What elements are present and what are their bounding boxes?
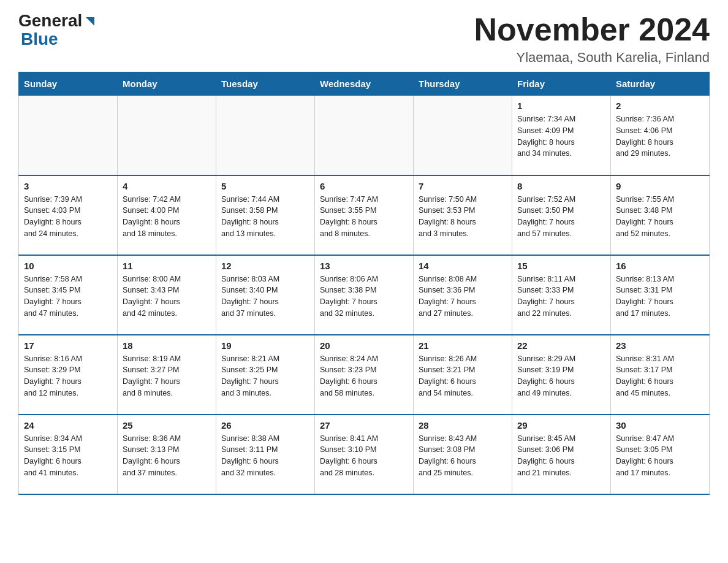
day-info: Sunrise: 8:45 AM Sunset: 3:06 PM Dayligh…	[517, 433, 605, 479]
calendar-day-header: Monday	[118, 72, 216, 96]
logo: General Blue	[18, 12, 97, 49]
calendar-cell: 17Sunrise: 8:16 AM Sunset: 3:29 PM Dayli…	[19, 335, 118, 415]
day-info: Sunrise: 7:36 AM Sunset: 4:06 PM Dayligh…	[616, 113, 704, 159]
calendar-day-header: Saturday	[611, 72, 710, 96]
logo-blue: Blue	[21, 29, 58, 48]
day-info: Sunrise: 8:34 AM Sunset: 3:15 PM Dayligh…	[24, 433, 112, 479]
day-info: Sunrise: 8:43 AM Sunset: 3:08 PM Dayligh…	[419, 433, 507, 479]
day-number: 11	[123, 261, 211, 271]
calendar-cell: 4Sunrise: 7:42 AM Sunset: 4:00 PM Daylig…	[118, 175, 216, 255]
calendar-week-row: 1Sunrise: 7:34 AM Sunset: 4:09 PM Daylig…	[19, 96, 710, 175]
day-info: Sunrise: 8:08 AM Sunset: 3:36 PM Dayligh…	[419, 274, 507, 320]
calendar-day-header: Friday	[512, 72, 611, 96]
day-info: Sunrise: 8:29 AM Sunset: 3:19 PM Dayligh…	[517, 353, 605, 399]
day-number: 2	[616, 101, 704, 111]
calendar-cell	[216, 96, 315, 175]
calendar-cell: 13Sunrise: 8:06 AM Sunset: 3:38 PM Dayli…	[315, 255, 414, 335]
day-number: 3	[24, 181, 112, 191]
day-number: 5	[221, 181, 309, 191]
day-number: 28	[419, 420, 507, 431]
page-header: General Blue November 2024 Ylaemaa, Sout…	[18, 12, 710, 66]
day-info: Sunrise: 8:19 AM Sunset: 3:27 PM Dayligh…	[123, 353, 211, 399]
day-number: 17	[24, 340, 112, 351]
day-number: 25	[123, 420, 211, 431]
calendar-week-row: 17Sunrise: 8:16 AM Sunset: 3:29 PM Dayli…	[19, 335, 710, 415]
day-number: 12	[221, 261, 309, 271]
calendar-cell: 2Sunrise: 7:36 AM Sunset: 4:06 PM Daylig…	[611, 96, 710, 175]
day-number: 10	[24, 261, 112, 271]
calendar-cell: 30Sunrise: 8:47 AM Sunset: 3:05 PM Dayli…	[611, 415, 710, 494]
calendar-cell: 15Sunrise: 8:11 AM Sunset: 3:33 PM Dayli…	[512, 255, 611, 335]
logo-triangle-icon	[83, 15, 97, 28]
day-number: 30	[616, 420, 704, 431]
day-info: Sunrise: 8:31 AM Sunset: 3:17 PM Dayligh…	[616, 353, 704, 399]
day-number: 27	[320, 420, 408, 431]
calendar-cell: 22Sunrise: 8:29 AM Sunset: 3:19 PM Dayli…	[512, 335, 611, 415]
calendar-table: SundayMondayTuesdayWednesdayThursdayFrid…	[18, 72, 710, 495]
calendar-cell	[19, 96, 118, 175]
calendar-cell	[414, 96, 512, 175]
day-info: Sunrise: 8:24 AM Sunset: 3:23 PM Dayligh…	[320, 353, 408, 399]
calendar-cell: 3Sunrise: 7:39 AM Sunset: 4:03 PM Daylig…	[19, 175, 118, 255]
day-info: Sunrise: 8:13 AM Sunset: 3:31 PM Dayligh…	[616, 274, 704, 320]
day-number: 21	[419, 340, 507, 351]
calendar-cell: 16Sunrise: 8:13 AM Sunset: 3:31 PM Dayli…	[611, 255, 710, 335]
day-number: 9	[616, 181, 704, 191]
day-info: Sunrise: 8:16 AM Sunset: 3:29 PM Dayligh…	[24, 353, 112, 399]
day-number: 18	[123, 340, 211, 351]
day-number: 20	[320, 340, 408, 351]
calendar-week-row: 3Sunrise: 7:39 AM Sunset: 4:03 PM Daylig…	[19, 175, 710, 255]
logo-general: General	[18, 12, 82, 29]
calendar-cell: 25Sunrise: 8:36 AM Sunset: 3:13 PM Dayli…	[118, 415, 216, 494]
day-info: Sunrise: 7:42 AM Sunset: 4:00 PM Dayligh…	[123, 194, 211, 240]
day-info: Sunrise: 8:47 AM Sunset: 3:05 PM Dayligh…	[616, 433, 704, 479]
calendar-cell: 6Sunrise: 7:47 AM Sunset: 3:55 PM Daylig…	[315, 175, 414, 255]
day-info: Sunrise: 8:03 AM Sunset: 3:40 PM Dayligh…	[221, 274, 309, 320]
day-info: Sunrise: 8:36 AM Sunset: 3:13 PM Dayligh…	[123, 433, 211, 479]
calendar-day-header: Tuesday	[216, 72, 315, 96]
day-number: 14	[419, 261, 507, 271]
calendar-cell: 12Sunrise: 8:03 AM Sunset: 3:40 PM Dayli…	[216, 255, 315, 335]
day-info: Sunrise: 7:34 AM Sunset: 4:09 PM Dayligh…	[517, 113, 605, 159]
day-number: 6	[320, 181, 408, 191]
calendar-cell: 14Sunrise: 8:08 AM Sunset: 3:36 PM Dayli…	[414, 255, 512, 335]
day-number: 8	[517, 181, 605, 191]
location-subtitle: Ylaemaa, South Karelia, Finland	[474, 50, 710, 66]
day-number: 26	[221, 420, 309, 431]
svg-marker-0	[86, 17, 94, 26]
day-info: Sunrise: 8:26 AM Sunset: 3:21 PM Dayligh…	[419, 353, 507, 399]
calendar-cell: 24Sunrise: 8:34 AM Sunset: 3:15 PM Dayli…	[19, 415, 118, 494]
title-block: November 2024 Ylaemaa, South Karelia, Fi…	[474, 12, 710, 66]
day-info: Sunrise: 7:44 AM Sunset: 3:58 PM Dayligh…	[221, 194, 309, 240]
day-number: 1	[517, 101, 605, 111]
day-number: 24	[24, 420, 112, 431]
calendar-day-header: Thursday	[414, 72, 512, 96]
day-info: Sunrise: 7:47 AM Sunset: 3:55 PM Dayligh…	[320, 194, 408, 240]
day-info: Sunrise: 8:00 AM Sunset: 3:43 PM Dayligh…	[123, 274, 211, 320]
day-info: Sunrise: 7:58 AM Sunset: 3:45 PM Dayligh…	[24, 274, 112, 320]
day-info: Sunrise: 7:55 AM Sunset: 3:48 PM Dayligh…	[616, 194, 704, 240]
day-number: 7	[419, 181, 507, 191]
day-info: Sunrise: 8:38 AM Sunset: 3:11 PM Dayligh…	[221, 433, 309, 479]
calendar-cell: 11Sunrise: 8:00 AM Sunset: 3:43 PM Dayli…	[118, 255, 216, 335]
calendar-cell: 19Sunrise: 8:21 AM Sunset: 3:25 PM Dayli…	[216, 335, 315, 415]
calendar-cell: 8Sunrise: 7:52 AM Sunset: 3:50 PM Daylig…	[512, 175, 611, 255]
day-info: Sunrise: 7:50 AM Sunset: 3:53 PM Dayligh…	[419, 194, 507, 240]
calendar-cell: 7Sunrise: 7:50 AM Sunset: 3:53 PM Daylig…	[414, 175, 512, 255]
day-info: Sunrise: 8:21 AM Sunset: 3:25 PM Dayligh…	[221, 353, 309, 399]
day-number: 19	[221, 340, 309, 351]
calendar-week-row: 24Sunrise: 8:34 AM Sunset: 3:15 PM Dayli…	[19, 415, 710, 494]
day-number: 16	[616, 261, 704, 271]
month-title: November 2024	[474, 12, 710, 47]
calendar-cell	[118, 96, 216, 175]
day-info: Sunrise: 7:39 AM Sunset: 4:03 PM Dayligh…	[24, 194, 112, 240]
calendar-cell: 18Sunrise: 8:19 AM Sunset: 3:27 PM Dayli…	[118, 335, 216, 415]
calendar-cell: 28Sunrise: 8:43 AM Sunset: 3:08 PM Dayli…	[414, 415, 512, 494]
day-number: 29	[517, 420, 605, 431]
calendar-cell: 26Sunrise: 8:38 AM Sunset: 3:11 PM Dayli…	[216, 415, 315, 494]
calendar-header-row: SundayMondayTuesdayWednesdayThursdayFrid…	[19, 72, 710, 96]
calendar-day-header: Sunday	[19, 72, 118, 96]
calendar-cell: 23Sunrise: 8:31 AM Sunset: 3:17 PM Dayli…	[611, 335, 710, 415]
day-number: 15	[517, 261, 605, 271]
calendar-cell: 9Sunrise: 7:55 AM Sunset: 3:48 PM Daylig…	[611, 175, 710, 255]
